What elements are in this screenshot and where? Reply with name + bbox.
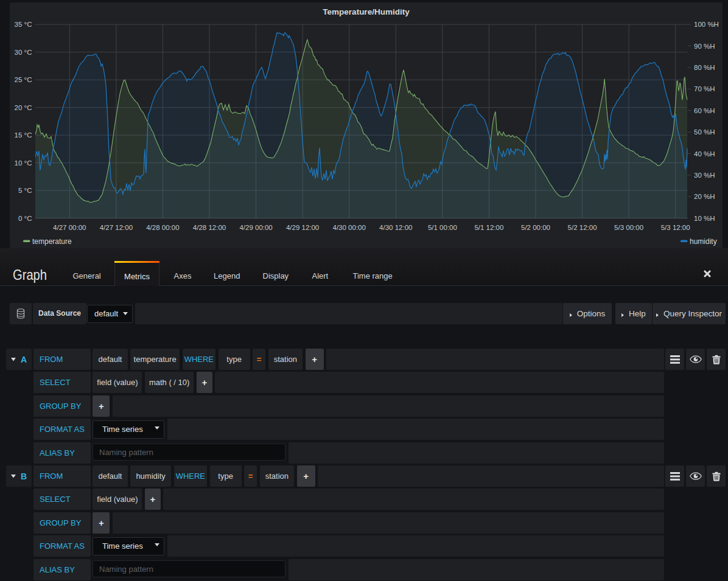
svg-text:15 °C: 15 °C xyxy=(15,131,32,139)
svg-text:Temperature/Humidity: Temperature/Humidity xyxy=(323,7,410,16)
svg-text:100 %H: 100 %H xyxy=(694,21,719,28)
svg-text:0 °C: 0 °C xyxy=(18,215,32,222)
svg-text:20 %H: 20 %H xyxy=(694,193,715,200)
svg-text:4/28 12:00: 4/28 12:00 xyxy=(193,224,226,231)
svg-text:4/27 00:00: 4/27 00:00 xyxy=(53,224,86,231)
svg-text:4/30 00:00: 4/30 00:00 xyxy=(333,224,366,231)
svg-text:temperature: temperature xyxy=(32,237,72,246)
svg-text:10 %H: 10 %H xyxy=(694,215,715,222)
svg-text:5/3 12:00: 5/3 12:00 xyxy=(661,224,690,231)
svg-text:80 %H: 80 %H xyxy=(694,64,715,71)
svg-text:40 %H: 40 %H xyxy=(694,150,715,158)
svg-text:5/2 00:00: 5/2 00:00 xyxy=(521,224,550,231)
svg-text:5/3 00:00: 5/3 00:00 xyxy=(614,224,643,231)
svg-text:humidity: humidity xyxy=(690,237,717,246)
svg-text:25 °C: 25 °C xyxy=(15,76,32,83)
svg-text:4/28 00:00: 4/28 00:00 xyxy=(146,224,179,231)
svg-text:30 °C: 30 °C xyxy=(15,49,32,56)
svg-text:35 °C: 35 °C xyxy=(15,21,32,28)
svg-text:90 %H: 90 %H xyxy=(694,43,715,50)
svg-text:4/29 00:00: 4/29 00:00 xyxy=(239,224,272,231)
svg-text:4/30 12:00: 4/30 12:00 xyxy=(379,224,412,231)
svg-text:4/27 12:00: 4/27 12:00 xyxy=(100,224,133,231)
svg-text:30 %H: 30 %H xyxy=(694,172,715,179)
svg-text:60 %H: 60 %H xyxy=(694,107,715,114)
svg-text:5 °C: 5 °C xyxy=(18,187,32,194)
svg-text:20 °C: 20 °C xyxy=(15,104,32,111)
svg-text:70 %H: 70 %H xyxy=(694,85,715,92)
svg-text:5/2 12:00: 5/2 12:00 xyxy=(568,224,597,231)
svg-text:5/1 00:00: 5/1 00:00 xyxy=(428,224,457,231)
svg-text:10 °C: 10 °C xyxy=(15,159,32,167)
svg-text:5/1 12:00: 5/1 12:00 xyxy=(474,224,503,231)
svg-text:50 %H: 50 %H xyxy=(694,128,715,136)
svg-text:4/29 12:00: 4/29 12:00 xyxy=(286,224,319,231)
